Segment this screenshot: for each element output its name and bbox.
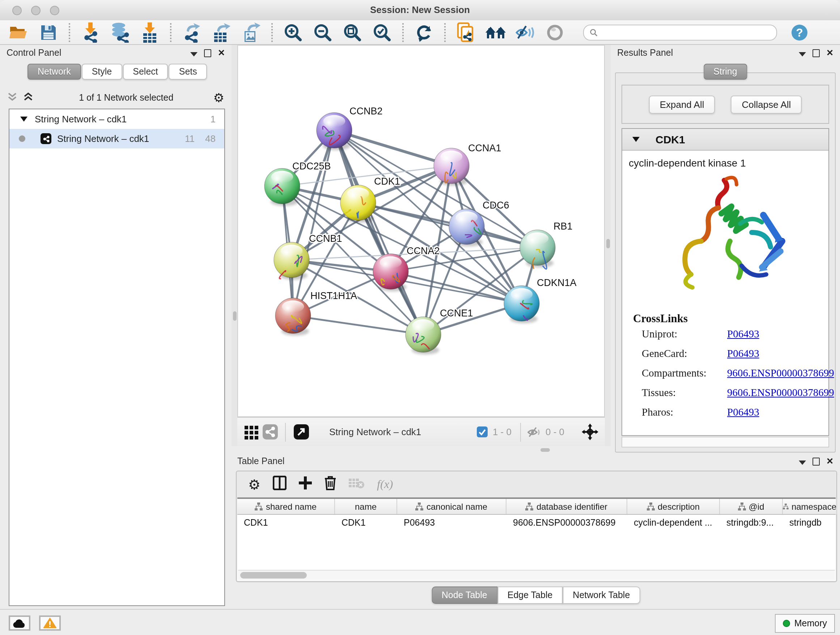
network-share-icon[interactable] [261, 421, 279, 443]
tab-network[interactable]: Network [27, 64, 81, 80]
pan-crosshair-icon[interactable] [580, 421, 599, 443]
column-header-description[interactable]: description [627, 499, 720, 514]
birdseye-grid-icon[interactable] [243, 421, 261, 443]
left-splitter-handle[interactable] [233, 311, 236, 321]
table-container: ⚙ f(x) shared namenamecanonical namedata… [236, 470, 837, 582]
node-section-header[interactable]: CDK1 [622, 129, 829, 150]
panel-float-icon[interactable] [204, 49, 211, 57]
open-session-icon[interactable] [7, 21, 30, 43]
table-hscroll-thumb[interactable] [240, 572, 307, 578]
crosslink-value[interactable]: 9606.ENSP00000378699 [727, 386, 834, 399]
table-row[interactable]: CDK1CDK1P064939606.ENSP00000378699cyclin… [237, 515, 836, 530]
column-header-name[interactable]: name [335, 499, 397, 514]
column-header-databaseidentifier[interactable]: database identifier [507, 499, 627, 514]
section-collapse-icon[interactable] [632, 137, 639, 142]
right-splitter[interactable] [605, 45, 611, 453]
results-panel: Results Panel ✕ String Expand All Collap… [611, 45, 840, 453]
network-row[interactable]: String Network – cdk1 11 48 [9, 129, 224, 149]
zoom-in-icon[interactable] [281, 21, 305, 43]
edge-CDK1-RB1[interactable] [358, 203, 538, 248]
zoom-fit-icon[interactable] [341, 21, 364, 43]
panel-minimize-icon[interactable] [190, 52, 197, 56]
column-header-sharedname[interactable]: shared name [237, 499, 335, 514]
tab-string[interactable]: String [703, 64, 747, 80]
node-CDKN1A[interactable] [504, 286, 539, 323]
column-label: shared name [266, 501, 317, 511]
tab-network-table[interactable]: Network Table [562, 586, 640, 604]
import-table-icon[interactable] [138, 21, 161, 43]
export-network-icon[interactable] [180, 21, 203, 43]
node-CDC25B[interactable] [264, 168, 300, 206]
warning-status-button[interactable] [39, 616, 61, 631]
tab-node-table[interactable]: Node Table [431, 586, 497, 604]
panel-float-icon[interactable] [813, 49, 820, 57]
column-header-namespace[interactable]: namespace [783, 499, 837, 514]
tab-select[interactable]: Select [123, 64, 168, 80]
selected-checkbox-icon[interactable] [475, 421, 490, 443]
panel-minimize-icon[interactable] [799, 52, 806, 56]
right-splitter-handle[interactable] [606, 239, 609, 249]
open-in-window-icon[interactable] [292, 421, 310, 443]
refresh-layout-icon[interactable] [412, 21, 436, 43]
tab-style[interactable]: Style [82, 64, 122, 80]
collection-expand-icon[interactable] [20, 117, 27, 122]
network-canvas[interactable]: CCNB2CCNA1CDC25BCDK1CDC6RB1CCNB1CCNA2CDK… [237, 45, 605, 417]
collapse-tree-icon[interactable] [23, 91, 33, 104]
export-image-icon[interactable] [240, 21, 263, 43]
inactive-orb-icon[interactable] [543, 21, 567, 43]
crosslink-value[interactable]: P06493 [727, 328, 759, 340]
panel-close-icon[interactable]: ✕ [218, 49, 225, 57]
share-session-icon[interactable] [454, 21, 477, 43]
string-home-icon[interactable] [484, 21, 507, 43]
column-header-canonicalname[interactable]: canonical name [397, 499, 507, 514]
show-columns-icon[interactable] [273, 476, 286, 493]
crosslink-value[interactable]: P06493 [727, 348, 759, 360]
edge-HIST1H1A-CCNE1[interactable] [293, 316, 423, 334]
tab-edge-table[interactable]: Edge Table [497, 586, 563, 604]
zoom-out-icon[interactable] [311, 21, 334, 43]
network-label: String Network – cdk1 [57, 133, 149, 144]
cloud-status-button[interactable] [9, 616, 30, 631]
crosslink-row: Pharos:P06493 [642, 406, 829, 418]
node-CCNB1[interactable] [274, 242, 309, 280]
export-table-icon[interactable] [210, 21, 233, 43]
panel-close-icon[interactable]: ✕ [826, 457, 834, 466]
node-CCNA2[interactable] [373, 254, 409, 291]
hide-panel-eye-icon[interactable] [514, 21, 537, 43]
panel-minimize-icon[interactable] [799, 460, 806, 464]
crosslink-value[interactable]: 9606.ENSP00000378699 [727, 367, 834, 379]
table-hscrollbar[interactable] [238, 570, 835, 580]
import-database-icon[interactable] [109, 21, 132, 43]
panel-float-icon[interactable] [813, 457, 820, 465]
column-header-id[interactable]: @id [720, 499, 783, 514]
node-HIST1H1A[interactable] [275, 298, 311, 336]
help-icon[interactable]: ? [788, 21, 811, 43]
expand-tree-icon[interactable] [7, 91, 17, 104]
horizontal-splitter-handle[interactable] [540, 448, 550, 451]
collapse-all-button[interactable]: Collapse All [731, 95, 802, 113]
search-input[interactable] [601, 27, 771, 37]
hidden-eye-icon[interactable] [527, 421, 543, 443]
node-label-CDC6: CDC6 [483, 200, 509, 211]
network-collection-row[interactable]: String Network – cdk1 1 [9, 109, 224, 129]
import-network-icon[interactable] [79, 21, 102, 43]
table-gear-icon[interactable]: ⚙ [248, 478, 261, 491]
memory-button[interactable]: Memory [775, 614, 835, 633]
node-CCNA1[interactable] [434, 148, 469, 186]
node-CCNE1[interactable] [406, 317, 441, 355]
crosslink-value[interactable]: P06493 [727, 406, 759, 418]
cytoscape-window: Session: New Session [0, 0, 840, 635]
results-scrollbar[interactable] [622, 437, 829, 448]
edge-CCNB2-CCNA1[interactable] [334, 130, 452, 166]
save-session-icon[interactable] [37, 21, 60, 43]
expand-all-button[interactable]: Expand All [649, 95, 715, 113]
tab-sets[interactable]: Sets [169, 64, 207, 80]
edge-CCNB2-CCNE1[interactable] [334, 130, 423, 334]
delete-column-icon[interactable] [324, 476, 336, 493]
node-RB1[interactable] [520, 230, 555, 269]
panel-close-icon[interactable]: ✕ [826, 49, 834, 57]
search-field[interactable] [583, 24, 777, 40]
zoom-selected-icon[interactable] [370, 21, 393, 43]
network-options-gear-icon[interactable]: ⚙ [213, 92, 225, 104]
add-column-icon[interactable] [299, 477, 312, 492]
